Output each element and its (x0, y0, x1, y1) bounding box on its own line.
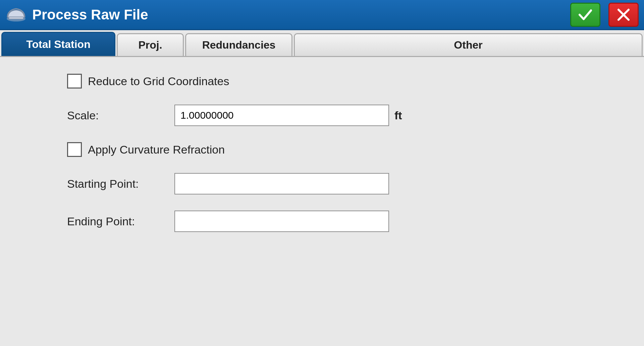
reduce-to-grid-checkbox[interactable] (67, 74, 82, 89)
ending-point-label: Ending Point: (67, 215, 174, 228)
tab-proj[interactable]: Proj. (117, 33, 184, 56)
starting-point-label: Starting Point: (67, 177, 174, 190)
scale-label: Scale: (67, 109, 174, 122)
scale-unit: ft (394, 109, 402, 122)
title-bar: Process Raw File (0, 0, 644, 30)
ok-button[interactable] (570, 3, 600, 27)
content-area: Reduce to Grid Coordinates Scale: ft App… (0, 57, 644, 345)
ending-point-row: Ending Point: (67, 211, 644, 232)
app-title: Process Raw File (32, 7, 565, 23)
apply-curvature-checkbox[interactable] (67, 142, 82, 157)
svg-rect-1 (9, 17, 23, 19)
tab-total-station[interactable]: Total Station (1, 32, 115, 56)
ending-point-input[interactable] (174, 211, 389, 232)
reduce-to-grid-label: Reduce to Grid Coordinates (88, 75, 229, 88)
scale-row: Scale: ft (67, 105, 644, 126)
apply-curvature-label: Apply Curvature Refraction (88, 143, 225, 156)
starting-point-row: Starting Point: (67, 173, 644, 194)
scale-input[interactable] (174, 105, 389, 126)
reduce-to-grid-row: Reduce to Grid Coordinates (67, 74, 644, 89)
app-icon (5, 4, 27, 25)
starting-point-input[interactable] (174, 173, 389, 194)
tab-redundancies[interactable]: Redundancies (185, 33, 292, 56)
tab-other[interactable]: Other (294, 33, 643, 56)
cancel-button[interactable] (608, 3, 639, 27)
tab-bar: Total Station Proj. Redundancies Other (0, 30, 644, 57)
apply-curvature-row: Apply Curvature Refraction (67, 142, 644, 157)
